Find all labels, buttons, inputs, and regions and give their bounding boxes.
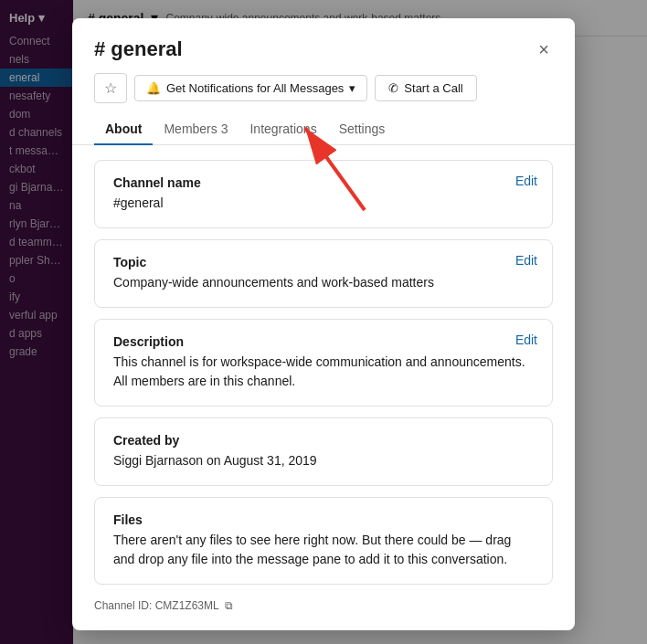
files-value: There aren't any files to see here right… <box>113 531 534 569</box>
created-by-label: Created by <box>113 433 534 448</box>
copy-icon[interactable]: ⧉ <box>225 599 233 612</box>
files-card: Files There aren't any files to see here… <box>94 497 553 585</box>
tab-about[interactable]: About <box>94 114 153 145</box>
modal-toolbar: ☆ 🔔 Get Notifications for All Messages ▾… <box>72 62 575 114</box>
notifications-label: Get Notifications for All Messages <box>166 81 344 95</box>
modal-header: # general × <box>72 18 575 62</box>
files-label: Files <box>113 512 534 527</box>
channel-name-card: Channel name #general Edit <box>94 160 553 228</box>
topic-card: Topic Company-wide announcements and wor… <box>94 239 553 308</box>
notifications-button[interactable]: 🔔 Get Notifications for All Messages ▾ <box>134 75 367 101</box>
channel-name-label: Channel name <box>113 175 534 190</box>
notifications-chevron: ▾ <box>349 81 355 95</box>
description-label: Description <box>113 334 534 349</box>
modal-body: Channel name #general Edit Topic Company… <box>72 145 575 630</box>
star-icon: ☆ <box>104 80 117 96</box>
start-call-button[interactable]: ✆ Start a Call <box>375 75 476 101</box>
created-by-value: Siggi Bjarnason on August 31, 2019 <box>113 451 534 470</box>
tabs: About Members 3 Integrations Settings <box>72 114 575 145</box>
call-label: Start a Call <box>404 81 462 95</box>
close-button[interactable]: × <box>535 37 553 62</box>
channel-id-row: Channel ID: CMZ1Z63ML ⧉ <box>94 596 553 619</box>
channel-name-value: #general <box>113 194 534 213</box>
bell-icon: 🔔 <box>146 81 161 95</box>
topic-value: Company-wide announcements and work-base… <box>113 273 534 292</box>
modal-overlay: # general × ☆ 🔔 Get Notifications for Al… <box>0 0 647 644</box>
description-edit-button[interactable]: Edit <box>515 333 537 347</box>
channel-info-modal: # general × ☆ 🔔 Get Notifications for Al… <box>72 18 575 630</box>
topic-edit-button[interactable]: Edit <box>515 253 537 268</box>
star-button[interactable]: ☆ <box>94 73 127 103</box>
channel-name-edit-button[interactable]: Edit <box>515 174 537 188</box>
modal-title: # general <box>94 37 183 61</box>
channel-id-text: Channel ID: CMZ1Z63ML <box>94 599 219 612</box>
description-value: This channel is for workspace-wide commu… <box>113 353 534 391</box>
phone-icon: ✆ <box>388 81 398 95</box>
tab-settings[interactable]: Settings <box>328 114 397 145</box>
tab-members[interactable]: Members 3 <box>153 114 239 145</box>
created-by-card: Created by Siggi Bjarnason on August 31,… <box>94 417 553 486</box>
description-card: Description This channel is for workspac… <box>94 319 553 406</box>
tab-integrations[interactable]: Integrations <box>239 114 327 145</box>
topic-label: Topic <box>113 255 534 269</box>
